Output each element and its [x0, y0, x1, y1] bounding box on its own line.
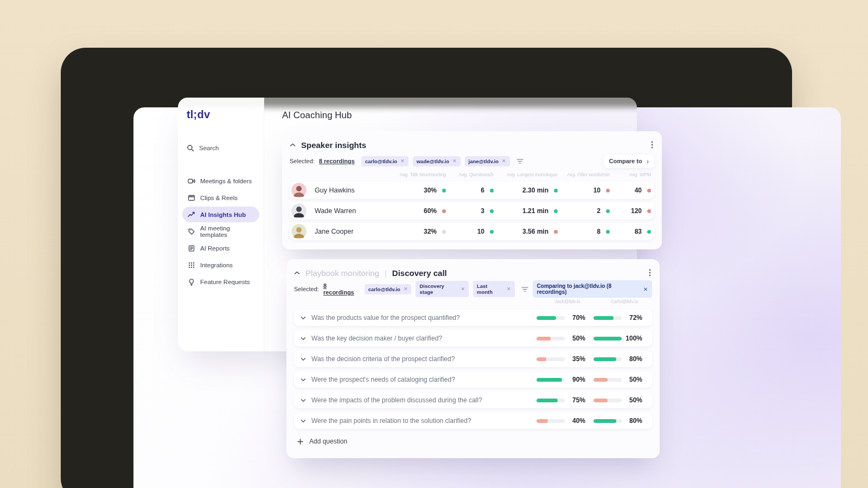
- filter-chip-carlo[interactable]: carlo@tldv.io✕: [361, 156, 409, 166]
- sidebar-item-feature-requests[interactable]: Feature Requests: [182, 274, 259, 290]
- speaker-insights-card: Speaker insights Selected: 8 recordings …: [282, 131, 662, 249]
- status-dot: [490, 189, 494, 192]
- sidebar-item-ai-insights-hub[interactable]: AI Insights Hub: [182, 207, 259, 222]
- table-row[interactable]: Wade Warren 60% 3 1.21 min 2 120: [290, 202, 654, 220]
- sidebar-item-label: AI Insights Hub: [200, 211, 246, 218]
- question-row[interactable]: Was the key decision maker / buyer clari…: [294, 330, 652, 346]
- chevron-down-icon[interactable]: [301, 316, 309, 320]
- chevron-down-icon[interactable]: [301, 337, 309, 341]
- progress-left: 70%: [537, 314, 585, 322]
- progress-track: [593, 378, 622, 382]
- progress-fill: [537, 419, 548, 423]
- chevron-down-icon[interactable]: [301, 378, 309, 382]
- filter-chip-jane[interactable]: jane@tldv.io✕: [465, 156, 510, 166]
- add-question-button[interactable]: Add question: [294, 433, 652, 450]
- playbook-columns: Jack@tldv.io Carlo@tldv.io: [294, 298, 652, 305]
- filter-funnel-icon[interactable]: [516, 158, 524, 164]
- sidebar-item-clips-reels[interactable]: Clips & Reels: [182, 190, 259, 206]
- metric-value: 6: [481, 187, 484, 194]
- plus-icon: [297, 439, 303, 445]
- filter-funnel-icon[interactable]: [521, 286, 528, 292]
- search-button[interactable]: Search: [187, 144, 219, 152]
- progress-fill: [537, 399, 558, 402]
- filter-chip-carlo[interactable]: carlo@tldv.io✕: [365, 284, 412, 294]
- speaker-insights-header: Speaker insights: [290, 138, 654, 152]
- speaker-name: Jane Cooper: [311, 228, 397, 235]
- lightbulb-icon: [188, 278, 195, 286]
- table-row[interactable]: Jane Cooper 32% 10 3.56 min 8 83: [290, 223, 654, 240]
- close-icon[interactable]: ✕: [404, 286, 408, 292]
- card-title: Discovery call: [392, 268, 447, 278]
- metric-value: 10: [593, 187, 601, 194]
- sidebar-item-ai-meeting-templates[interactable]: AI meeting templates: [182, 223, 259, 239]
- progress-percent: 50%: [625, 396, 642, 404]
- metric-value: 8: [597, 228, 601, 235]
- sidebar-item-ai-reports[interactable]: AI Reports: [182, 240, 259, 256]
- question-row[interactable]: Was the products value for the prospect …: [294, 310, 652, 326]
- clapperboard-icon: [188, 194, 195, 202]
- progress-percent: 80%: [625, 355, 642, 363]
- close-icon[interactable]: ✕: [400, 158, 405, 164]
- sidebar-item-meetings-folders[interactable]: Meetings & folders: [182, 173, 259, 189]
- progress-fill: [537, 378, 562, 382]
- close-icon[interactable]: ✕: [643, 286, 648, 292]
- chevron-down-icon[interactable]: [301, 357, 309, 361]
- column-header: Jack@tldv.io: [543, 299, 592, 304]
- progress-track: [537, 316, 565, 320]
- progress-left: 40%: [537, 417, 585, 425]
- compare-to-button[interactable]: Compare to ›: [604, 155, 654, 168]
- question-row[interactable]: Were the prospect's needs of cataloging …: [294, 371, 652, 388]
- column-header: Avg. Talk time/meeting: [397, 172, 449, 177]
- question-row[interactable]: Was the decision criteria of the prospec…: [294, 351, 652, 367]
- column-header: Avg. Longest monologue: [497, 172, 561, 177]
- filter-chip-last-month[interactable]: Last month✕: [473, 281, 515, 297]
- progress-fill: [537, 337, 551, 341]
- progress-track: [593, 316, 622, 320]
- chevron-down-icon[interactable]: [301, 419, 309, 423]
- selected-label: Selected:: [294, 286, 319, 292]
- collapse-chevron-up-icon[interactable]: [290, 143, 296, 147]
- table-row[interactable]: Guy Hawkins 30% 6 2.30 min 10 40: [290, 182, 654, 199]
- speaker-filter-row: Selected: 8 recordings carlo@tldv.io✕ wa…: [290, 155, 654, 168]
- close-icon[interactable]: ✕: [502, 158, 506, 164]
- selected-recordings-link[interactable]: 8 recordings: [323, 282, 358, 296]
- metric-value: 3.56 min: [522, 228, 548, 235]
- status-dot: [490, 209, 494, 213]
- status-dot: [554, 209, 558, 213]
- close-icon[interactable]: ✕: [461, 286, 465, 292]
- question-row[interactable]: Were the pain points in relation to the …: [294, 413, 652, 429]
- status-dot: [442, 209, 446, 213]
- progress-percent: 50%: [625, 376, 642, 383]
- sidebar-nav: Meetings & folders Clips & Reels AI Insi…: [181, 172, 260, 290]
- progress-track: [537, 399, 565, 402]
- progress-percent: 72%: [625, 314, 642, 322]
- chip-label: Discovery stage: [419, 283, 457, 295]
- sidebar-item-label: AI meeting templates: [200, 225, 254, 238]
- selected-recordings-link[interactable]: 8 recordings: [319, 158, 355, 164]
- close-icon[interactable]: ✕: [452, 158, 457, 164]
- comparing-to-chip[interactable]: Comparing to jack@tldv.io (8 recordings)…: [533, 280, 652, 298]
- add-question-label: Add question: [309, 438, 347, 445]
- kebab-menu-icon[interactable]: [650, 140, 654, 150]
- question-row[interactable]: Were the impacts of the problem discusse…: [294, 392, 652, 408]
- status-dot: [647, 209, 651, 213]
- filter-chip-discovery-stage[interactable]: Discovery stage✕: [416, 281, 469, 297]
- chevron-down-icon[interactable]: [301, 399, 309, 402]
- chip-label: jane@tldv.io: [469, 158, 499, 164]
- search-icon: [187, 144, 194, 152]
- progress-percent: 35%: [568, 355, 585, 363]
- progress-track: [593, 337, 622, 341]
- selected-label: Selected:: [290, 158, 315, 164]
- close-icon[interactable]: ✕: [507, 286, 511, 292]
- progress-left: 75%: [537, 396, 585, 404]
- collapse-chevron-up-icon[interactable]: [294, 271, 300, 275]
- progress-track: [537, 378, 565, 382]
- progress-right: 80%: [593, 355, 642, 363]
- chip-label: wade@tldv.io: [417, 158, 449, 164]
- kebab-menu-icon[interactable]: [648, 268, 652, 278]
- sidebar-item-integrations[interactable]: Integrations: [182, 257, 259, 273]
- question-text: Were the impacts of the problem discusse…: [309, 396, 537, 404]
- progress-track: [593, 419, 622, 423]
- progress-fill: [537, 357, 546, 361]
- filter-chip-wade[interactable]: wade@tldv.io✕: [413, 156, 461, 166]
